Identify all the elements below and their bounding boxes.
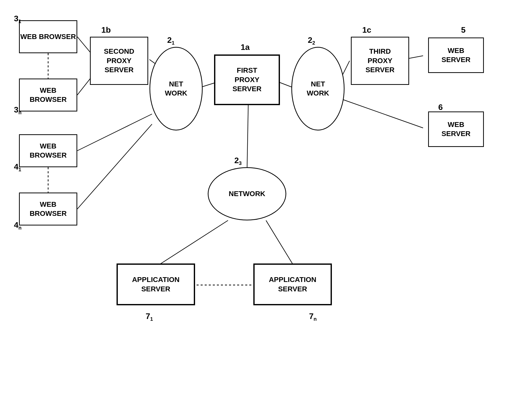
label-5: 5: [461, 25, 466, 35]
network-2-1: NETWORK: [149, 47, 203, 130]
label-3-1: 31: [14, 14, 21, 24]
svg-line-12: [247, 104, 248, 172]
app-server-7-n: APPLICATIONSERVER: [253, 263, 332, 305]
label-3-n: 3n: [14, 105, 22, 116]
label-1b: 1b: [101, 25, 111, 35]
web-browser-4-n: WEBBROWSER: [19, 193, 77, 225]
app-server-7-1: APPLICATIONSERVER: [117, 263, 195, 305]
svg-line-4: [77, 124, 152, 209]
svg-line-3: [77, 114, 152, 151]
network-2-3: NETWORK: [208, 167, 286, 220]
first-proxy-server: FIRSTPROXYSERVER: [214, 54, 280, 105]
label-7-1: 71: [146, 312, 153, 322]
third-proxy-server: THIRDPROXYSERVER: [351, 37, 409, 85]
web-server-5: WEBSERVER: [428, 37, 484, 73]
second-proxy-server: SECONDPROXYSERVER: [90, 37, 148, 85]
svg-line-11: [341, 99, 423, 128]
diagram: WEB BROWSER 31 WEBBROWSER 3n WEBBROWSER …: [0, 0, 532, 416]
network-2-2: NETWORK: [291, 47, 345, 130]
label-4-1: 41: [14, 162, 21, 173]
web-browser-3-n: WEBBROWSER: [19, 79, 77, 111]
svg-line-13: [157, 220, 228, 266]
label-4-n: 4n: [14, 220, 22, 231]
label-2-2: 22: [308, 35, 315, 46]
label-1c: 1c: [362, 25, 371, 35]
web-browser-3-1: WEB BROWSER: [19, 20, 77, 53]
label-6: 6: [438, 103, 443, 112]
label-1a: 1a: [241, 43, 250, 52]
svg-line-14: [266, 220, 294, 266]
web-server-6: WEBSERVER: [428, 111, 484, 147]
label-2-3: 23: [234, 156, 242, 166]
label-7-n: 7n: [309, 312, 317, 322]
label-2-1: 21: [167, 35, 175, 46]
web-browser-4-1: WEBBROWSER: [19, 134, 77, 167]
